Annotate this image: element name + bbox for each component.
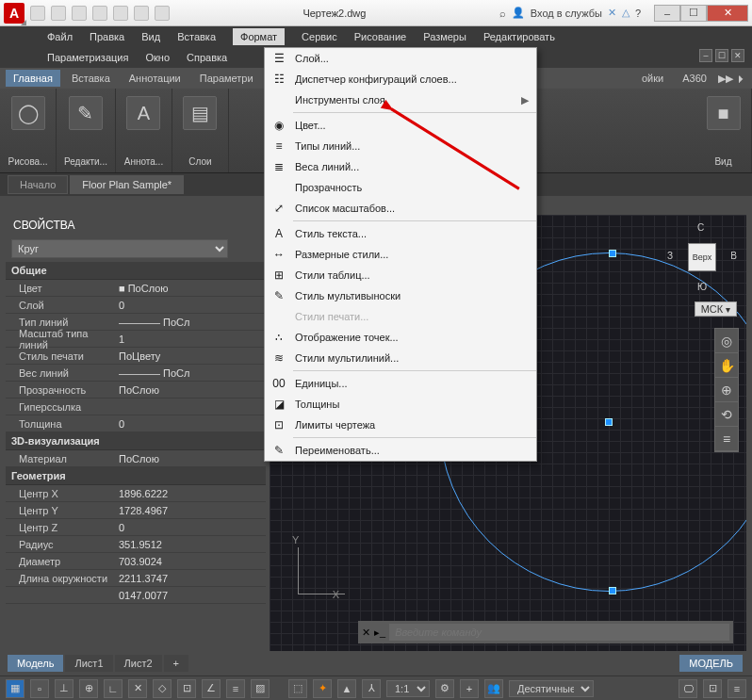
menu-insert[interactable]: Вставка <box>177 31 216 42</box>
qat-save-icon[interactable] <box>72 6 87 21</box>
menu-item[interactable]: 00Единицы... <box>265 373 536 394</box>
menu-item[interactable]: ☰Слой... <box>265 48 536 69</box>
menu-item[interactable]: ≋Стили мультилиний... <box>265 348 536 368</box>
prop-value[interactable]: 0 <box>119 418 266 430</box>
prop-value[interactable]: ПоСлою <box>119 453 266 464</box>
prop-row[interactable]: Вес линий———— ПоСл <box>6 365 266 382</box>
nav-pan-icon[interactable]: ✋ <box>715 353 738 378</box>
prop-group-header[interactable]: Общие <box>6 262 266 280</box>
ribbon-tab-insert[interactable]: Вставка <box>64 70 118 87</box>
prop-value[interactable]: 351.9512 <box>119 539 266 550</box>
prop-value[interactable]: ———— ПоСл <box>119 317 266 328</box>
prop-value[interactable]: 1 <box>119 334 266 345</box>
layout-tab-model[interactable]: Модель <box>8 655 63 672</box>
menu-item[interactable]: ≡Типы линий... <box>265 136 536 156</box>
prop-row[interactable]: Длина окружности2211.3747 <box>6 570 266 587</box>
menu-item[interactable]: ✎Стиль мультивыноски <box>265 285 536 306</box>
prop-row[interactable]: МатериалПоСлою <box>6 450 266 467</box>
prop-value[interactable]: ———— ПоСл <box>119 367 266 379</box>
restore-button[interactable]: ☐ <box>680 5 707 22</box>
prop-value[interactable]: 2211.3747 <box>119 573 266 584</box>
prop-value[interactable]: 703.9024 <box>119 556 266 567</box>
sb-osnap-icon[interactable]: ⊡ <box>177 679 196 698</box>
nav-wheel-icon[interactable]: ◎ <box>715 329 738 353</box>
sb-plus-icon[interactable]: + <box>460 679 479 698</box>
prop-row[interactable]: Диаметр703.9024 <box>6 553 266 570</box>
menu-help[interactable]: Справка <box>187 52 227 63</box>
prop-row[interactable]: 0147.0077 <box>6 587 266 604</box>
minimize-button[interactable]: – <box>654 5 680 22</box>
prop-value[interactable]: 1896.6222 <box>119 488 266 499</box>
prop-value[interactable]: ПоЦвету <box>119 350 266 362</box>
object-type-select[interactable]: Круг <box>11 239 260 258</box>
menu-edit[interactable]: Правка <box>90 31 124 42</box>
prop-row[interactable]: Цвет■ ПоСлою <box>6 280 266 297</box>
menu-item[interactable]: ⊡Лимиты чертежа <box>265 415 536 435</box>
menu-item[interactable]: Прозрачность <box>265 177 536 198</box>
exchange-icon[interactable]: ✕ <box>608 7 616 19</box>
sb-ortho-icon[interactable]: ∟ <box>104 679 123 698</box>
menu-item[interactable]: ☷Диспетчер конфигураций слоев... <box>265 69 536 90</box>
prop-row[interactable]: Центр X1896.6222 <box>6 485 266 502</box>
prop-row[interactable]: Слой0 <box>6 297 266 314</box>
ucs-icon[interactable]: Y X <box>279 538 335 594</box>
layout-tab-add[interactable]: + <box>164 655 188 672</box>
menu-item[interactable]: ≣Веса линий... <box>265 156 536 177</box>
prop-row[interactable]: ПрозрачностьПоСлою <box>6 382 266 399</box>
prop-row[interactable]: Центр Y1728.4967 <box>6 502 266 519</box>
layout-tab-sheet2[interactable]: Лист2 <box>115 655 162 672</box>
layout-tab-sheet1[interactable]: Лист1 <box>65 655 112 672</box>
prop-value[interactable]: 0 <box>119 300 266 311</box>
prop-group-header[interactable]: 3D-визуализация <box>6 432 266 450</box>
sb-gear-icon[interactable]: ⚙ <box>435 679 454 698</box>
sb-annoscale-icon[interactable]: ⅄ <box>362 679 381 698</box>
sb-people-icon[interactable]: 👥 <box>484 679 503 698</box>
ribbon-tab-home[interactable]: Главная <box>6 70 60 87</box>
prop-value[interactable]: 1728.4967 <box>119 505 266 516</box>
ribbon-play-icon[interactable]: ▶▶ ⏵ <box>718 73 746 85</box>
menu-item[interactable]: AСтиль текста... <box>265 223 536 244</box>
sb-iso-icon[interactable]: ◇ <box>153 679 172 698</box>
menu-item[interactable]: ✎Переименовать... <box>265 440 536 461</box>
help-icon[interactable]: ? <box>635 8 641 19</box>
cmd-close-icon[interactable]: ✕ <box>362 627 370 639</box>
ribbon-tab-annotate[interactable]: Аннотации <box>122 70 188 87</box>
sb-customize-icon[interactable]: ≡ <box>727 679 746 698</box>
sb-workspace-icon[interactable]: ▲ <box>337 679 356 698</box>
sb-otrack-icon[interactable]: ∠ <box>202 679 221 698</box>
doc-restore[interactable]: ☐ <box>715 49 728 62</box>
user-icon[interactable]: 👤 <box>512 7 525 19</box>
prop-group-header[interactable]: Геометрия <box>6 467 266 485</box>
prop-value[interactable]: 0147.0077 <box>119 590 266 601</box>
ribbon-panel-draw[interactable]: ◯Рисова... <box>0 89 57 172</box>
ribbon-panel-view[interactable]: ■Вид <box>695 89 752 172</box>
sb-units-select[interactable]: Десятичные <box>509 680 594 697</box>
menu-item[interactable]: ⤢Список масштабов... <box>265 198 536 219</box>
search-icon[interactable]: ⌕ <box>499 8 506 19</box>
menu-item[interactable]: ↔Размерные стили... <box>265 244 536 265</box>
menu-file[interactable]: Файл <box>47 31 73 42</box>
prop-row[interactable]: Масштаб типа линий1 <box>6 331 266 348</box>
wcs-badge[interactable]: МСК ▾ <box>695 301 737 317</box>
qat-new-icon[interactable] <box>30 6 45 21</box>
prop-row[interactable]: Толщина0 <box>6 415 266 432</box>
menu-service[interactable]: Сервис <box>302 31 337 42</box>
signin-link[interactable]: Вход в службы <box>531 8 602 19</box>
prop-row[interactable]: Радиус351.9512 <box>6 536 266 553</box>
viewcube-top[interactable]: Верх <box>688 243 716 271</box>
qat-open-icon[interactable] <box>51 6 66 21</box>
sb-gizmo-icon[interactable]: ✦ <box>313 679 332 698</box>
prop-value[interactable]: ПоСлою <box>119 384 266 396</box>
app-logo[interactable]: A <box>4 3 25 24</box>
ribbon-tab-settings[interactable]: ойки <box>634 70 671 87</box>
qat-redo-icon[interactable] <box>155 6 170 21</box>
cloud-icon[interactable]: △ <box>622 7 629 19</box>
grip-center[interactable] <box>605 418 613 426</box>
ribbon-panel-annotate[interactable]: AАннота... <box>116 89 172 172</box>
prop-row[interactable]: Гиперссылка <box>6 399 266 415</box>
file-tab-start[interactable]: Начало <box>8 175 68 194</box>
menu-modify[interactable]: Редактировать <box>483 31 555 42</box>
viewcube[interactable]: Верх С Ю В З <box>667 222 737 292</box>
menu-item[interactable]: Инструменты слоя▶ <box>265 90 536 110</box>
prop-value[interactable]: ■ ПоСлою <box>119 283 266 294</box>
